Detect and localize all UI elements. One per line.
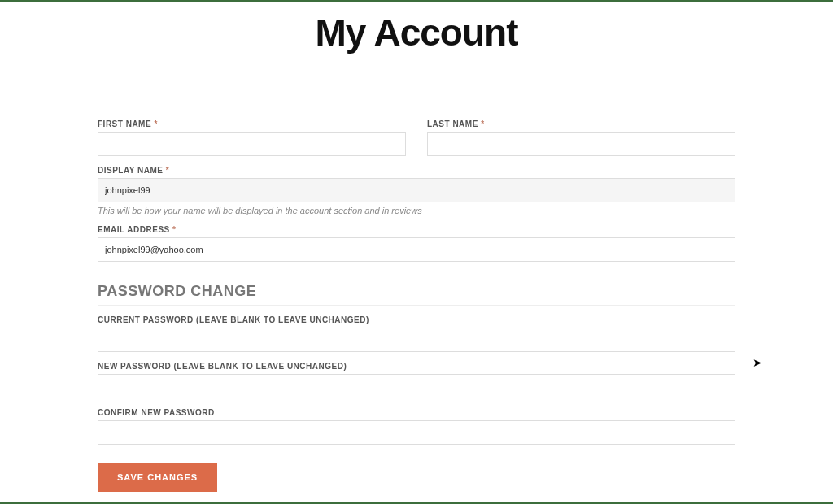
required-marker: *	[481, 119, 484, 128]
password-change-heading: PASSWORD CHANGE	[98, 283, 735, 300]
required-marker: *	[166, 166, 169, 175]
account-form: FIRST NAME * LAST NAME * DISPLAY NAME * …	[98, 119, 735, 492]
current-password-input[interactable]	[98, 328, 735, 352]
email-label: EMAIL ADDRESS *	[98, 225, 735, 234]
confirm-password-input[interactable]	[98, 420, 735, 445]
first-name-label: FIRST NAME *	[98, 119, 406, 128]
last-name-label: LAST NAME *	[427, 119, 735, 128]
page-title: My Account	[0, 11, 833, 54]
section-separator	[98, 305, 735, 306]
confirm-password-label: CONFIRM NEW PASSWORD	[98, 408, 735, 417]
display-name-input[interactable]	[98, 178, 735, 202]
cursor-icon: ➤	[752, 356, 762, 369]
email-input[interactable]	[98, 237, 735, 262]
new-password-label: NEW PASSWORD (LEAVE BLANK TO LEAVE UNCHA…	[98, 362, 735, 371]
required-marker: *	[154, 119, 157, 128]
display-name-label: DISPLAY NAME *	[98, 166, 735, 175]
last-name-input[interactable]	[427, 132, 735, 156]
new-password-input[interactable]	[98, 374, 735, 398]
required-marker: *	[172, 225, 176, 234]
save-changes-button[interactable]: SAVE CHANGES	[98, 463, 217, 492]
first-name-input[interactable]	[98, 132, 406, 156]
current-password-label: CURRENT PASSWORD (LEAVE BLANK TO LEAVE U…	[98, 315, 735, 324]
display-name-hint: This will be how your name will be displ…	[98, 206, 735, 215]
